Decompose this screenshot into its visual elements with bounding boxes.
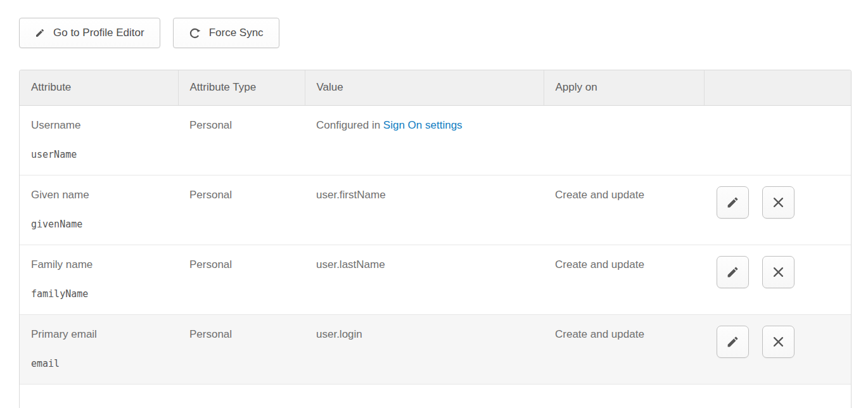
row-actions	[717, 256, 851, 288]
apply-on-value: Create and update	[555, 328, 644, 340]
row-actions	[717, 186, 851, 219]
attribute-value: user.login	[316, 328, 362, 340]
attribute-value: user.lastName	[316, 258, 385, 271]
pencil-icon	[726, 265, 739, 279]
table-row: Given name givenName Personal user.first…	[20, 175, 851, 245]
edit-attribute-button[interactable]	[717, 326, 749, 358]
force-sync-button[interactable]: Force Sync	[173, 18, 279, 48]
attribute-variable-name: userName	[31, 149, 172, 160]
delete-attribute-button[interactable]	[762, 186, 795, 219]
delete-attribute-button[interactable]	[762, 326, 795, 358]
apply-on-value: Create and update	[555, 258, 644, 271]
table-body: Username userName Personal Configured in…	[20, 105, 851, 408]
pencil-icon	[35, 28, 45, 38]
toolbar: Go to Profile Editor Force Sync	[19, 18, 868, 48]
go-to-profile-editor-label: Go to Profile Editor	[53, 27, 144, 39]
attribute-value: user.firstName	[316, 189, 386, 201]
attribute-label: Username	[31, 119, 172, 132]
header-attribute-type: Attribute Type	[178, 70, 305, 105]
header-value: Value	[305, 70, 544, 105]
attribute-type: Personal	[189, 328, 232, 340]
header-apply-on: Apply on	[544, 70, 704, 105]
attribute-value: Configured in	[316, 119, 383, 131]
attribute-label: Given name	[31, 189, 172, 201]
empty-partial-row	[20, 384, 851, 408]
row-actions	[717, 326, 851, 358]
table-row: Username userName Personal Configured in…	[20, 105, 851, 175]
x-icon	[772, 266, 784, 278]
attribute-variable-name: familyName	[31, 288, 172, 300]
attribute-label: Family name	[31, 258, 172, 271]
edit-attribute-button[interactable]	[717, 256, 749, 288]
delete-attribute-button[interactable]	[762, 256, 795, 288]
header-actions	[704, 70, 851, 105]
x-icon	[772, 336, 784, 348]
attribute-type: Personal	[189, 258, 232, 271]
attribute-mappings-table: Attribute Attribute Type Value Apply on …	[19, 70, 852, 408]
sign-on-settings-link[interactable]: Sign On settings	[383, 119, 463, 131]
table-header: Attribute Attribute Type Value Apply on	[20, 70, 851, 105]
table-row: Primary email email Personal user.login …	[20, 314, 851, 384]
go-to-profile-editor-button[interactable]: Go to Profile Editor	[19, 18, 160, 48]
x-icon	[772, 196, 784, 208]
pencil-icon	[726, 196, 739, 209]
attribute-variable-name: givenName	[31, 219, 172, 230]
pencil-icon	[726, 335, 739, 348]
attribute-label: Primary email	[31, 328, 172, 341]
attribute-variable-name: email	[31, 358, 172, 369]
header-attribute: Attribute	[20, 70, 178, 105]
attribute-type: Personal	[189, 189, 232, 201]
attribute-type: Personal	[189, 119, 232, 131]
table-row: Family name familyName Personal user.las…	[20, 245, 851, 314]
apply-on-value: Create and update	[555, 189, 644, 201]
edit-attribute-button[interactable]	[717, 186, 749, 219]
force-sync-label: Force Sync	[209, 27, 264, 39]
refresh-icon	[189, 27, 201, 39]
